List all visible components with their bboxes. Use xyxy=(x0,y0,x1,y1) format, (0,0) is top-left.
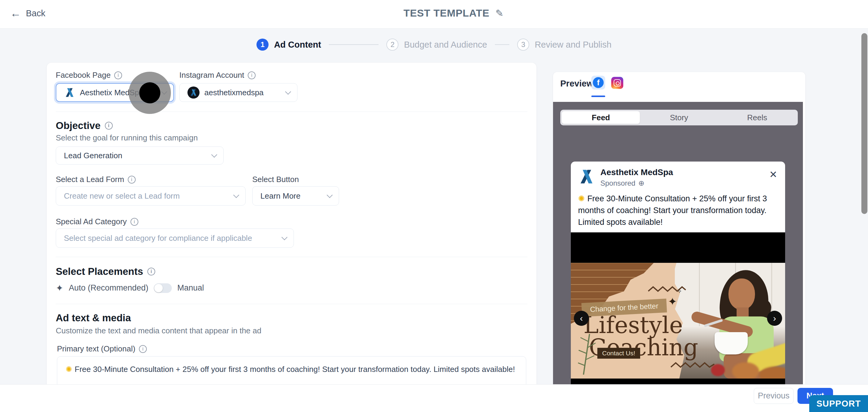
objective-value: Lead Generation xyxy=(64,151,122,160)
special-ad-category-label: Special Ad Category i xyxy=(56,217,138,226)
step-2-label: Budget and Audience xyxy=(404,40,487,50)
previous-button[interactable]: Previous xyxy=(754,388,794,404)
info-icon[interactable]: i xyxy=(139,345,147,353)
toggle-knob xyxy=(154,284,163,292)
lead-form-label: Select a Lead Form i xyxy=(56,175,135,184)
manual-placements-label: Manual xyxy=(177,283,204,293)
edit-title-icon[interactable]: ✎ xyxy=(495,7,504,19)
support-button[interactable]: SUPPORT xyxy=(809,395,868,412)
step-ad-content[interactable]: 1 Ad Content xyxy=(256,39,321,51)
facebook-icon: f xyxy=(593,77,604,88)
ad-creative-image: Change for the better ✦ ✧ Lifestyle Coac… xyxy=(571,263,785,379)
star-emoji: ✺ xyxy=(66,365,72,374)
preview-platform-facebook[interactable]: f xyxy=(591,76,605,90)
fern-decoration xyxy=(575,331,601,376)
objective-heading: Objective i xyxy=(56,120,113,131)
tab-story[interactable]: Story xyxy=(640,111,718,124)
instagram-account-select[interactable]: aesthetixmedspa xyxy=(179,83,298,102)
info-icon[interactable]: i xyxy=(130,218,138,226)
ad-media-frame: Change for the better ✦ ✧ Lifestyle Coac… xyxy=(571,232,785,408)
objective-select[interactable]: Lead Generation xyxy=(56,147,224,164)
ad-primary-text: ✺Free 30-Minute Consultation + 25% off y… xyxy=(578,193,778,228)
top-bar: ← Back TEST TEMPLATE ✎ xyxy=(0,0,868,29)
advertiser-name[interactable]: Aesthetix MedSpa xyxy=(600,167,673,177)
template-name: TEST TEMPLATE xyxy=(404,7,490,19)
instagram-account-value: aesthetixmedspa xyxy=(204,88,264,97)
photo-sweet-potato xyxy=(732,362,759,379)
step-2-circle: 2 xyxy=(386,39,398,51)
step-3-label: Review and Publish xyxy=(535,40,612,50)
step-1-label: Ad Content xyxy=(274,40,321,50)
ad-text-media-heading: Ad text & media xyxy=(56,312,131,324)
photo-woman-face xyxy=(728,279,755,310)
page-scrollbar-thumb[interactable] xyxy=(861,33,867,214)
divider xyxy=(56,257,527,257)
select-placements-heading: Select Placements i xyxy=(56,266,155,277)
active-platform-underline xyxy=(591,96,605,97)
auto-sparkles-icon: ✦ xyxy=(56,283,63,293)
ad-preview-panel: Preview f Feed Story Reels Aesthetix Med… xyxy=(553,72,805,410)
instagram-account-label: Instagram Account i xyxy=(179,70,255,80)
placements-toggle[interactable] xyxy=(154,283,172,293)
carousel-prev-button[interactable]: ‹ xyxy=(574,311,589,326)
instagram-icon xyxy=(614,79,621,87)
preview-platform-instagram[interactable] xyxy=(611,77,623,89)
ad-text-media-subtitle: Customize the text and media content tha… xyxy=(56,326,261,336)
objective-subtitle: Select the goal for running this campaig… xyxy=(56,133,198,142)
photo-bowl xyxy=(715,332,748,354)
step-3-circle: 3 xyxy=(517,39,529,51)
divider xyxy=(56,304,527,304)
info-icon[interactable]: i xyxy=(248,71,255,79)
placements-row: ✦ Auto (Recommended) Manual xyxy=(56,283,204,293)
cta-button-select[interactable]: Learn More xyxy=(252,186,339,205)
chevron-down-icon xyxy=(327,192,333,198)
sponsored-label: Sponsored xyxy=(600,179,635,187)
advertiser-logo xyxy=(578,168,595,185)
special-ad-category-placeholder: Select special ad category for complianc… xyxy=(64,233,252,243)
auto-placements-label: Auto (Recommended) xyxy=(69,283,148,293)
lead-form-select[interactable]: Create new or select a Lead form xyxy=(56,186,246,205)
creative-contact-button: Contact Us! xyxy=(597,348,640,359)
cta-button-value: Learn More xyxy=(260,191,301,201)
facebook-feed-ad-card: Aesthetix MedSpa Sponsored ⊕ ✕ ✺Free 30-… xyxy=(571,162,785,410)
close-icon[interactable]: ✕ xyxy=(769,169,777,180)
sparkle-icon: ✧ xyxy=(677,288,682,295)
chevron-down-icon xyxy=(285,89,291,95)
primary-text-label: Primary text (Optional) i xyxy=(57,344,147,353)
back-arrow-icon: ← xyxy=(10,8,21,19)
special-ad-category-select[interactable]: Select special ad category for complianc… xyxy=(56,228,294,248)
facebook-page-logo xyxy=(64,87,75,98)
wizard-footer: Previous Next xyxy=(0,384,868,412)
instagram-account-avatar xyxy=(187,87,199,99)
primary-text-value: Free 30-Minute Consultation + 25% off yo… xyxy=(75,365,515,374)
info-icon[interactable]: i xyxy=(114,71,122,79)
preview-label: Preview xyxy=(560,79,593,89)
step-budget-audience[interactable]: 2 Budget and Audience xyxy=(386,39,487,51)
sponsored-row: Sponsored ⊕ xyxy=(600,179,644,187)
page-title: TEST TEMPLATE ✎ xyxy=(404,7,504,19)
star-emoji: ✺ xyxy=(578,194,585,203)
zigzag-doodle xyxy=(670,361,715,369)
select-button-label: Select Button xyxy=(252,175,299,184)
lead-form-placeholder: Create new or select a Lead form xyxy=(64,191,180,201)
back-button[interactable]: ← Back xyxy=(10,8,45,19)
globe-icon: ⊕ xyxy=(638,179,644,187)
ad-content-form-card: Facebook Page i Aesthetix MedSpa Instagr… xyxy=(47,63,536,412)
step-1-circle: 1 xyxy=(256,39,269,51)
chevron-down-icon xyxy=(281,234,287,240)
wizard-stepper: 1 Ad Content 2 Budget and Audience 3 Rev… xyxy=(0,39,868,51)
back-label: Back xyxy=(26,8,45,19)
facebook-page-label: Facebook Page i xyxy=(56,70,122,80)
step-connector xyxy=(495,44,509,45)
sparkle-icon: ✦ xyxy=(668,295,677,308)
tab-feed[interactable]: Feed xyxy=(562,111,640,124)
chevron-down-icon xyxy=(233,192,239,198)
cursor-dot xyxy=(139,82,160,103)
preview-backdrop: Feed Story Reels Aesthetix MedSpa Sponso… xyxy=(553,102,803,410)
info-icon[interactable]: i xyxy=(128,176,135,184)
carousel-next-button[interactable]: › xyxy=(767,311,782,326)
info-icon[interactable]: i xyxy=(105,122,113,130)
tab-reels[interactable]: Reels xyxy=(718,111,796,124)
info-icon[interactable]: i xyxy=(147,267,155,276)
step-review-publish[interactable]: 3 Review and Publish xyxy=(517,39,612,51)
